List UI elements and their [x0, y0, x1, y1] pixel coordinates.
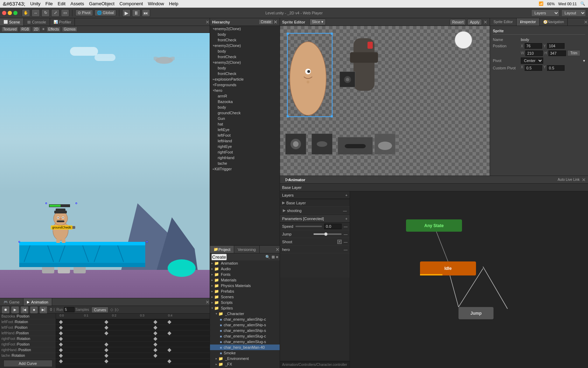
keyframe[interactable] [153, 354, 157, 357]
project-close[interactable]: ✕ [275, 247, 280, 252]
rotate-tool-btn[interactable]: ↻ [41, 9, 50, 17]
inspector-close[interactable]: ✕ [584, 19, 588, 25]
hierarchy-item-5[interactable]: frontCheck [210, 54, 280, 60]
hierarchy-close[interactable]: ✕ [273, 19, 278, 25]
keyframe[interactable] [153, 337, 157, 341]
anim-add-key-btn[interactable]: ◇ [110, 307, 113, 312]
textured-dropdown[interactable]: Textured [1, 27, 18, 32]
animation-panel-close[interactable]: ✕ [205, 299, 210, 305]
rgb-dropdown[interactable]: RGB [20, 27, 31, 32]
anim-track-3[interactable]: leftHand / Position [0, 330, 56, 336]
hierarchy-item-17[interactable]: hat [210, 121, 280, 127]
tab-animator[interactable]: ▷ Animator [282, 176, 309, 183]
project-item-8[interactable]: ▾📁Sprites [210, 305, 280, 311]
pivot-dropdown[interactable]: Center [521, 57, 543, 64]
hierarchy-item-21[interactable]: rightEye [210, 144, 280, 149]
menu-assets[interactable]: Assets [70, 1, 84, 6]
anim-record-btn[interactable]: ⏺ [1, 306, 10, 314]
anim-track-7[interactable]: tache / Rotation [0, 353, 56, 359]
tab-project[interactable]: 📁 Project [210, 246, 234, 253]
scale-tool-btn[interactable]: ⤢ [51, 9, 59, 17]
base-layer-item[interactable]: ▶ Base Layer [280, 199, 350, 207]
scene-panel-close[interactable]: ✕ [205, 19, 210, 25]
tab-scene[interactable]: ⬜ Scene [0, 18, 24, 26]
tab-navigation[interactable]: 🧭 Navigation [540, 18, 568, 26]
step-btn[interactable]: ⏭ [142, 9, 150, 17]
hierarchy-item-6[interactable]: ▾ enemy2(Clone) [210, 60, 280, 65]
close-window-btn[interactable] [2, 11, 6, 15]
animator-close[interactable]: ✕ [582, 177, 586, 183]
hierarchy-item-0[interactable]: ▾ enemy2(Clone) [210, 26, 280, 32]
shooting-layer-item[interactable]: ▶ shooting — [280, 207, 350, 214]
keyframe[interactable] [167, 348, 171, 352]
hero-character[interactable] [47, 204, 75, 244]
project-item-5[interactable]: ▸📁Prefabs [210, 288, 280, 294]
shoot-delete-icon[interactable]: — [344, 240, 348, 244]
keyframe[interactable] [153, 331, 157, 335]
keyframe[interactable] [167, 331, 171, 335]
anim-track-4[interactable]: rightFoot / Rotation [0, 336, 56, 342]
keyframe[interactable] [59, 342, 63, 346]
project-item-16[interactable]: ■Smoke [210, 350, 280, 356]
apple-menu[interactable]: &#63743; [3, 1, 25, 7]
speed-input[interactable] [324, 224, 342, 229]
keyframe[interactable] [59, 354, 63, 357]
hierarchy-item-18[interactable]: leftEye [210, 127, 280, 132]
anim-track-0[interactable]: Bazooka / Position [0, 314, 56, 319]
project-item-6[interactable]: ▸📁Scenes [210, 294, 280, 300]
tab-game[interactable]: 🎮 Game [0, 298, 23, 306]
samples-input[interactable] [64, 307, 75, 312]
menu-unity[interactable]: Unity [30, 1, 41, 6]
tab-animation[interactable]: ▶ Animation [23, 298, 52, 306]
cpy-input[interactable] [547, 65, 565, 71]
apply-btn[interactable]: Apply [467, 19, 482, 25]
width-input[interactable] [525, 50, 543, 56]
move-tool-btn[interactable]: ↔ [31, 9, 40, 17]
sprite-editor-close[interactable]: ✕ [483, 19, 488, 25]
pos-y-input[interactable] [547, 43, 565, 49]
foot-sprite-thumb[interactable] [374, 134, 396, 155]
keyframe[interactable] [59, 331, 63, 335]
project-item-11[interactable]: ■char_enemy_alienShip-s [210, 322, 280, 328]
anim-add-event-btn[interactable]: |◇ [115, 307, 119, 312]
keyframe[interactable] [153, 342, 157, 346]
keyframe[interactable] [153, 348, 157, 352]
jump-slider-handle[interactable] [324, 232, 328, 236]
pupil-sprite-thumb[interactable] [340, 71, 355, 87]
hierarchy-item-13[interactable]: Bazooka [210, 99, 280, 104]
pause-btn[interactable]: ⏸ [132, 9, 140, 17]
sprite-editor-view[interactable] [280, 26, 490, 176]
keyframe[interactable] [167, 359, 171, 363]
keyframe[interactable] [59, 326, 63, 329]
anim-track-6[interactable]: rightHand / Position [0, 347, 56, 353]
pos-x-input[interactable] [525, 43, 542, 49]
keyframe[interactable] [104, 342, 108, 346]
dark-sprite-thumb[interactable] [312, 134, 332, 155]
hierarchy-item-25[interactable]: ▸ KillTrigger [210, 166, 280, 172]
hierarchy-item-3[interactable]: ▾ enemy2(Clone) [210, 43, 280, 48]
hierarchy-item-12[interactable]: armR [210, 93, 280, 99]
rect-tool-btn[interactable]: ▭ [61, 9, 69, 17]
project-item-0[interactable]: ▸📁Animation [210, 260, 280, 266]
eye-sprite-thumb[interactable] [285, 134, 306, 155]
height-input[interactable] [548, 50, 566, 56]
menu-file[interactable]: File [46, 1, 53, 6]
project-create-btn[interactable]: Create [211, 254, 227, 260]
hierarchy-item-8[interactable]: frontCheck [210, 71, 280, 76]
project-item-12[interactable]: ■char_enemy_alienShip-s [210, 328, 280, 333]
layers-dropdown[interactable]: Layers [531, 9, 559, 16]
project-item-17[interactable]: ▸📁_Environment [210, 356, 280, 361]
keyframe[interactable] [153, 320, 157, 324]
hierarchy-item-16[interactable]: Gun [210, 116, 280, 121]
any-state-node[interactable]: Any State [406, 219, 462, 232]
speed-delete-icon[interactable]: — [344, 224, 348, 229]
animator-view[interactable]: Any State Idle Jump [350, 191, 588, 368]
hierarchy-item-10[interactable]: ▾ Foregrounds [210, 82, 280, 88]
animation-timeline[interactable]: 0:0 0:1 0:2 0:3 0:4 [56, 314, 210, 368]
hierarchy-item-23[interactable]: rightHand [210, 155, 280, 161]
anim-track-2[interactable]: leftFoot / Position [0, 325, 56, 330]
keyframe[interactable] [153, 326, 157, 329]
mustache-sprite-thumb[interactable] [338, 137, 373, 155]
scene-view[interactable]: groundCheck [0, 33, 210, 298]
add-curve-btn[interactable]: Add Curve [4, 360, 52, 367]
